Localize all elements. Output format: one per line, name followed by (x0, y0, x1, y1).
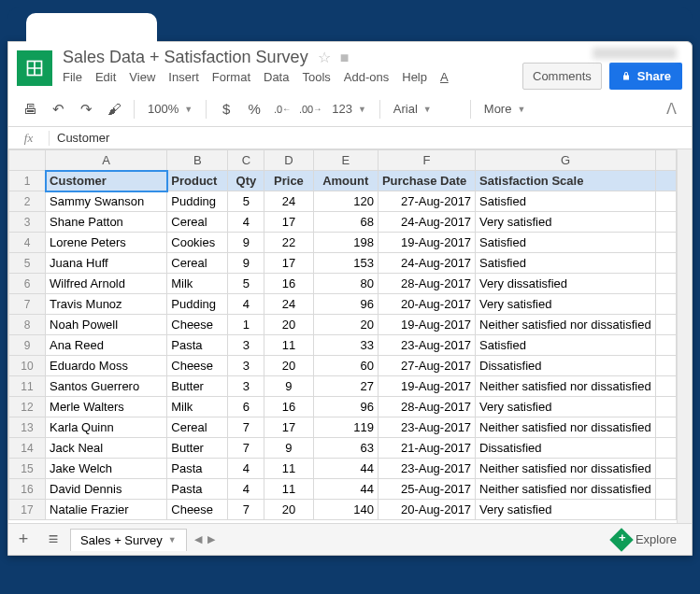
cell[interactable]: 9 (264, 438, 313, 459)
cell[interactable]: 7 (228, 500, 264, 520)
row-header[interactable]: 16 (9, 479, 46, 500)
column-header-B[interactable]: B (167, 150, 228, 171)
cell[interactable] (656, 356, 677, 376)
cell[interactable]: 21-Aug-2017 (378, 438, 475, 459)
menu-help[interactable]: Help (402, 70, 427, 84)
cell[interactable]: 20 (264, 356, 313, 376)
format-percent[interactable]: % (242, 97, 266, 121)
cell[interactable]: 5 (228, 274, 264, 294)
cell[interactable]: 28-Aug-2017 (378, 274, 475, 294)
cell[interactable]: Karla Quinn (46, 417, 167, 438)
scroll-left-icon[interactable]: ◀ (193, 531, 204, 547)
header-cell-a[interactable]: Customer (46, 171, 167, 191)
cell[interactable]: 23-Aug-2017 (378, 335, 475, 356)
cell[interactable]: 60 (313, 356, 378, 376)
cell[interactable]: 44 (313, 479, 378, 500)
row-header[interactable]: 1 (9, 171, 46, 191)
cell[interactable]: Jake Welch (46, 459, 167, 479)
column-header-D[interactable]: D (264, 150, 313, 171)
cell[interactable]: Cheese (167, 500, 228, 520)
header-cell-f[interactable]: Purchase Date (378, 171, 475, 191)
row-header[interactable]: 14 (9, 438, 46, 459)
column-header-E[interactable]: E (313, 150, 378, 171)
more-formatting[interactable]: More▼ (479, 97, 532, 121)
cell[interactable]: Pudding (167, 191, 228, 212)
undo-icon[interactable]: ↶ (46, 97, 70, 121)
cell[interactable]: Cereal (167, 417, 228, 438)
row-header[interactable]: 15 (9, 459, 46, 479)
print-icon[interactable]: 🖶 (18, 97, 42, 121)
number-format-select[interactable]: 123▼ (326, 97, 372, 121)
explore-button[interactable]: Explore (606, 528, 684, 552)
cell[interactable]: Milk (167, 397, 228, 417)
cell[interactable]: 4 (228, 459, 264, 479)
cell[interactable] (656, 274, 677, 294)
cell[interactable]: Very dissatisfied (476, 274, 656, 294)
cell[interactable]: Santos Guerrero (46, 376, 167, 397)
cell[interactable] (656, 294, 677, 315)
last-edit-link[interactable]: A (440, 70, 449, 84)
cell[interactable]: 20 (264, 315, 313, 335)
cell[interactable]: 7 (228, 417, 264, 438)
cell[interactable]: 63 (313, 438, 378, 459)
document-title[interactable]: Sales Data + Satisfaction Survey (63, 48, 308, 67)
row-header[interactable]: 4 (9, 233, 46, 253)
cell[interactable]: 27 (313, 376, 378, 397)
cell[interactable]: Satisfied (476, 191, 656, 212)
cell[interactable]: 24-Aug-2017 (378, 253, 475, 274)
cell[interactable]: 96 (313, 294, 378, 315)
cell[interactable]: 4 (228, 212, 264, 233)
formula-input[interactable] (50, 131, 692, 145)
cell[interactable]: 20 (313, 315, 378, 335)
cell[interactable]: Dissatisfied (476, 356, 656, 376)
cell[interactable]: 24-Aug-2017 (378, 212, 475, 233)
menu-view[interactable]: View (129, 70, 155, 84)
cell[interactable]: 25-Aug-2017 (378, 479, 475, 500)
menu-file[interactable]: File (63, 70, 82, 84)
cell[interactable] (656, 253, 677, 274)
cell[interactable]: 19-Aug-2017 (378, 315, 475, 335)
cell[interactable] (656, 315, 677, 335)
row-header[interactable]: 2 (9, 191, 46, 212)
increase-decimal[interactable]: .00→ (298, 97, 322, 121)
cell[interactable]: 1 (228, 315, 264, 335)
cell[interactable]: Neither satisfied nor dissatisfied (476, 459, 656, 479)
decrease-decimal[interactable]: .0← (270, 97, 294, 121)
cell[interactable] (656, 438, 677, 459)
cell[interactable]: Lorene Peters (46, 233, 167, 253)
cell[interactable]: Cookies (167, 233, 228, 253)
header-cell-c[interactable]: Qty (228, 171, 264, 191)
row-header[interactable]: 9 (9, 335, 46, 356)
cell[interactable]: 4 (228, 294, 264, 315)
format-currency[interactable]: $ (214, 97, 238, 121)
cell[interactable]: 140 (313, 500, 378, 520)
cell[interactable] (656, 376, 677, 397)
header-cell-b[interactable]: Product (167, 171, 228, 191)
cell[interactable]: 22 (264, 233, 313, 253)
row-header[interactable]: 17 (9, 500, 46, 520)
cell[interactable] (656, 191, 677, 212)
cell[interactable]: Pasta (167, 335, 228, 356)
row-header[interactable]: 3 (9, 212, 46, 233)
cell[interactable]: Shane Patton (46, 212, 167, 233)
cell-blank[interactable] (656, 171, 677, 191)
cell[interactable]: 11 (264, 459, 313, 479)
cell[interactable]: Pasta (167, 479, 228, 500)
add-sheet-button[interactable]: + (8, 530, 38, 549)
cell[interactable]: Neither satisfied nor dissatisfied (476, 315, 656, 335)
cell[interactable]: 17 (264, 417, 313, 438)
menu-edit[interactable]: Edit (95, 70, 116, 84)
cell[interactable]: 44 (313, 459, 378, 479)
cell[interactable]: 119 (313, 417, 378, 438)
star-icon[interactable]: ☆ (318, 49, 331, 66)
cell[interactable]: David Dennis (46, 479, 167, 500)
cell[interactable] (656, 397, 677, 417)
cell[interactable]: Neither satisfied nor dissatisfied (476, 376, 656, 397)
cell[interactable]: Neither satisfied nor dissatisfied (476, 417, 656, 438)
sheets-app-icon[interactable] (14, 48, 55, 89)
cell[interactable]: Wilfred Arnold (46, 274, 167, 294)
cell[interactable]: 3 (228, 335, 264, 356)
browser-tab[interactable] (26, 13, 157, 47)
cell[interactable]: Pasta (167, 459, 228, 479)
cell[interactable]: 20-Aug-2017 (378, 294, 475, 315)
